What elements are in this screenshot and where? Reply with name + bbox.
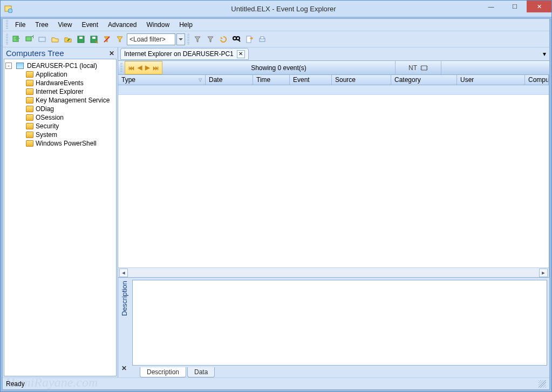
filter-prev-icon[interactable]: [205, 33, 216, 45]
column-header-source[interactable]: Source: [332, 75, 391, 85]
grid-body[interactable]: [118, 95, 549, 267]
description-panel-close-button[interactable]: ✕: [121, 365, 127, 372]
column-header-type[interactable]: Type▽: [118, 75, 206, 85]
filter-next-icon[interactable]: [192, 33, 203, 45]
statusbar: Ready: [3, 377, 549, 389]
open-file-icon[interactable]: [62, 33, 74, 45]
window-close-button[interactable]: [527, 1, 551, 12]
nav-prev-icon[interactable]: ◀: [138, 64, 142, 71]
refresh-icon[interactable]: [217, 33, 229, 45]
nav-last-icon[interactable]: ⏭: [153, 65, 159, 71]
window-minimize-button[interactable]: [479, 1, 503, 12]
log-icon: [26, 106, 33, 112]
log-icon: [26, 123, 33, 129]
open-folder-icon[interactable]: [49, 33, 61, 45]
svg-line-13: [238, 40, 240, 42]
menu-help[interactable]: Help: [175, 20, 196, 30]
svg-rect-14: [247, 36, 251, 43]
nav-first-icon[interactable]: ⏮: [128, 65, 134, 71]
document-tab-close-button[interactable]: ✕: [237, 50, 245, 58]
tab-data[interactable]: Data: [187, 367, 215, 377]
document-tab-active[interactable]: Internet Explorer on DEARUSER-PC1 ✕: [120, 48, 249, 60]
svg-point-1: [8, 9, 12, 13]
save-as-icon[interactable]: [88, 33, 100, 45]
window-title: Untitled.ELX - Event Log Explorer: [16, 5, 551, 13]
menu-file[interactable]: File: [11, 20, 29, 30]
description-tabs: Description Data: [132, 366, 547, 377]
filter-icon[interactable]: [114, 33, 126, 45]
status-text: Ready: [6, 380, 25, 388]
menu-event[interactable]: Event: [78, 20, 102, 30]
export-icon[interactable]: [243, 33, 255, 45]
computers-tree-panel: Computers Tree ✕ - DEARUSER-PC1 (local) …: [3, 47, 118, 377]
chip-icon: [420, 65, 428, 71]
tree-item-system[interactable]: System: [5, 130, 115, 139]
menu-window[interactable]: Window: [142, 20, 173, 30]
tree-item-application[interactable]: Application: [5, 70, 115, 79]
tree-item-key-management-service[interactable]: Key Management Service: [5, 96, 115, 105]
tree-item-internet-explorer[interactable]: Internet Explorer: [5, 87, 115, 96]
tree-item-windows-powershell[interactable]: Windows PowerShell: [5, 139, 115, 148]
add-computer-icon[interactable]: +: [23, 33, 35, 45]
open-log-icon[interactable]: [36, 33, 48, 45]
computers-tree-close-button[interactable]: ✕: [109, 50, 114, 57]
svg-text:+: +: [31, 35, 33, 40]
column-header-time[interactable]: Time: [253, 75, 290, 85]
description-textarea[interactable]: [132, 280, 547, 366]
toolbar-gripper[interactable]: [6, 34, 8, 45]
nav-toolbar-gripper[interactable]: [120, 63, 122, 73]
filter-dropdown-button[interactable]: [176, 33, 185, 45]
app-icon: [1, 4, 16, 13]
svg-rect-7: [79, 37, 83, 39]
tree-item-security[interactable]: Security: [5, 122, 115, 130]
api-nt-label: NT: [408, 64, 417, 72]
tree-collapse-toggle[interactable]: -: [5, 63, 12, 69]
column-header-event[interactable]: Event: [290, 75, 332, 85]
svg-rect-5: [39, 37, 45, 42]
log-icon: [26, 132, 33, 138]
menu-advanced[interactable]: Advanced: [104, 20, 140, 30]
nav-next-icon[interactable]: ▶: [145, 64, 149, 71]
tree-item-odiag[interactable]: ODiag: [5, 105, 115, 113]
filter-combobox[interactable]: <Load filter>: [127, 33, 175, 45]
computer-icon: [16, 63, 24, 69]
column-header-date[interactable]: Date: [206, 75, 253, 85]
column-header-computer[interactable]: Computer: [525, 75, 549, 85]
log-icon: [26, 140, 33, 147]
sort-indicator-icon: ▽: [199, 78, 202, 82]
window-maximize-button[interactable]: [503, 1, 527, 12]
tab-description[interactable]: Description: [140, 367, 186, 377]
api-mode-segment: NT: [396, 61, 441, 74]
event-grid[interactable]: Type▽ Date Time Event Source Category Us…: [118, 74, 549, 277]
tree-item-osession[interactable]: OSession: [5, 113, 115, 122]
find-icon[interactable]: [230, 33, 242, 45]
document-tabs: Internet Explorer on DEARUSER-PC1 ✕ ▾: [118, 47, 549, 60]
scroll-left-button[interactable]: ◄: [119, 269, 128, 277]
svg-rect-16: [261, 37, 264, 39]
log-view-panel: Internet Explorer on DEARUSER-PC1 ✕ ▾ ⏮ …: [118, 47, 549, 377]
resize-grip[interactable]: [539, 380, 546, 388]
document-tab-label: Internet Explorer on DEARUSER-PC1: [124, 50, 234, 58]
column-header-category[interactable]: Category: [391, 75, 457, 85]
document-tabs-dropdown[interactable]: ▾: [540, 50, 549, 58]
grid-header: Type▽ Date Time Event Source Category Us…: [118, 74, 549, 85]
tree-root-node[interactable]: DEARUSER-PC1 (local): [27, 62, 97, 70]
computers-tree[interactable]: - DEARUSER-PC1 (local) Application Hardw…: [4, 59, 117, 376]
log-icon: [26, 97, 33, 104]
menu-tree[interactable]: Tree: [31, 20, 52, 30]
titlebar: Untitled.ELX - Event Log Explorer: [1, 1, 551, 17]
svg-rect-17: [421, 66, 427, 70]
menubar-gripper[interactable]: [6, 20, 8, 30]
clear-filter-icon[interactable]: [101, 33, 113, 45]
tree-item-hardwareevents[interactable]: HardwareEvents: [5, 79, 115, 87]
log-icon: [26, 114, 33, 121]
scroll-right-button[interactable]: ►: [539, 269, 548, 277]
log-icon: [26, 71, 33, 78]
column-header-user[interactable]: User: [457, 75, 525, 85]
menu-view[interactable]: View: [54, 20, 76, 30]
print-icon[interactable]: [256, 33, 268, 45]
log-icon: [26, 80, 33, 86]
new-workspace-icon[interactable]: [10, 33, 22, 45]
save-icon[interactable]: [75, 33, 87, 45]
horizontal-scrollbar[interactable]: ◄ ►: [118, 267, 549, 277]
